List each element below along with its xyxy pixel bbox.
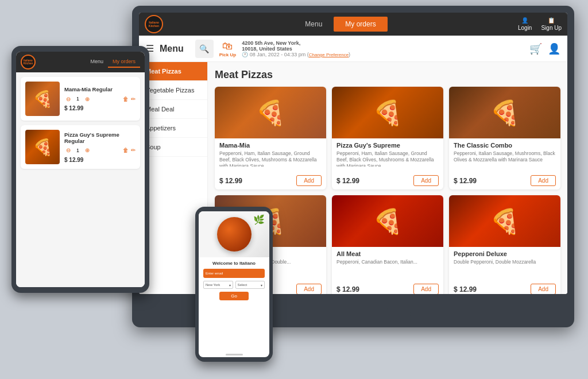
add-button-mama-mia[interactable]: Add — [296, 175, 322, 186]
mobile-go-button[interactable]: Go — [219, 292, 249, 300]
address-box: 4200 5th Ave, New York, 10018, United St… — [242, 40, 524, 57]
pickup-icon: 🛍 — [222, 40, 233, 52]
pizza-desc: Pepperoni, Ham, Italian Sausage, Ground … — [336, 150, 439, 167]
secondary-navbar: ☰ Menu 🔍 🛍 Pick Up 4200 5th Ave, New Yor… — [139, 36, 567, 62]
add-button-classic-combo[interactable]: Add — [531, 175, 556, 186]
change-preference-link[interactable]: Change Preference — [309, 52, 349, 57]
qty-decrease-1[interactable]: ⊖ — [64, 95, 72, 103]
delete-icon-2[interactable]: 🗑 — [123, 147, 129, 153]
add-button-hawaiian[interactable]: Add — [296, 284, 322, 294]
pizza-info: Mama-Mia Pepperoni, Ham, Italian Sausage… — [215, 138, 326, 173]
section-title: Meat Pizzas — [215, 69, 560, 81]
pizza-image-pepperoni-deluxe: 🍕 — [449, 195, 560, 247]
pickup-selector[interactable]: 🛍 Pick Up — [219, 40, 236, 57]
tablet-device: Italiano Kitchen Menu My orders 🍕 Mama-M… — [11, 46, 149, 293]
add-button-all-meat[interactable]: Add — [413, 284, 439, 294]
qty-value-2: 1 — [75, 148, 81, 153]
delete-icon-1[interactable]: 🗑 — [123, 96, 129, 102]
profile-button[interactable]: 👤 — [548, 42, 560, 55]
pizza-image-all-meat: 🍕 — [332, 195, 443, 247]
pizza-footer: $ 12.99 Add — [215, 173, 326, 190]
pizza-name: Pepperoni Deluxe — [454, 250, 556, 257]
tablet-navbar: Italiano Kitchen Menu My orders — [16, 52, 145, 72]
pizza-info: All Meat Pepperoni, Canadian Bacon, Ital… — [332, 247, 443, 281]
mobile-email-input[interactable]: Enter email — [203, 269, 265, 278]
signup-icon: 📋 — [548, 17, 555, 24]
search-button[interactable]: 🔍 — [195, 40, 214, 58]
mobile-select-city[interactable]: New York▾ — [203, 281, 233, 289]
qty-decrease-2[interactable]: ⊖ — [64, 146, 72, 154]
mobile-select-row: New York▾ Select▾ — [203, 281, 265, 289]
action-icons-2: 🗑 ✏ — [123, 147, 136, 153]
pizza-image-classic-combo: 🍕 — [449, 87, 560, 138]
order-item-thumbnail-2: 🍕 — [25, 130, 60, 164]
order-item-thumbnail-1: 🍕 — [25, 82, 60, 116]
cart-button[interactable]: 🛒 — [529, 42, 542, 55]
order-item-price-2: $ 12.99 — [64, 157, 136, 163]
pizza-card-pizza-guys-supreme: 🍕 Pizza Guy's Supreme Pepperoni, Ham, It… — [332, 87, 443, 190]
order-item-price-1: $ 12.99 — [64, 105, 136, 111]
pizza-name: Pizza Guy's Supreme — [336, 142, 439, 149]
pizza-card-classic-combo: 🍕 The Classic Combo Pepperoni, Italian S… — [449, 87, 560, 190]
pizza-price: $ 12.99 — [219, 177, 242, 185]
pizza-footer: $ 12.99 Add — [332, 281, 443, 294]
order-item-1: 🍕 Mama-Mia Regular ⊖ 1 ⊕ 🗑 ✏ $ 12.99 — [21, 77, 140, 121]
pizza-card-mama-mia: 🍕 Mama-Mia Pepperoni, Ham, Italian Sausa… — [215, 87, 326, 190]
order-item-name-2: Pizza Guy's Supreme Regular — [64, 132, 136, 144]
tablet-tabs: Menu My orders — [86, 56, 140, 68]
tablet-screen: Italiano Kitchen Menu My orders 🍕 Mama-M… — [16, 52, 145, 287]
add-button-pepperoni-deluxe[interactable]: Add — [531, 284, 556, 294]
pizza-card-pepperoni-deluxe: 🍕 Pepperoni Deluxe Double Pepperoni, Dou… — [449, 195, 560, 294]
login-button[interactable]: 👤 Login — [518, 17, 532, 31]
qty-increase-1[interactable]: ⊕ — [83, 95, 91, 103]
order-item-name-1: Mama-Mia Regular — [64, 86, 136, 92]
pizza-name: All Meat — [336, 250, 439, 257]
qty-increase-2[interactable]: ⊕ — [83, 146, 91, 154]
logo-box: Italiano Kitchen — [145, 15, 163, 33]
mobile-body: Welcome to Italiano Enter email New York… — [199, 257, 269, 352]
tablet-tab-my-orders[interactable]: My orders — [108, 56, 140, 68]
tablet-body: 🍕 Mama-Mia Regular ⊖ 1 ⊕ 🗑 ✏ $ 12.99 — [16, 72, 145, 287]
add-button-pizza-guys-supreme[interactable]: Add — [413, 175, 439, 186]
pizza-footer: $ 12.99 Add — [332, 173, 443, 190]
pizza-desc: Pepperoni, Italian Sausage, Mushrooms, B… — [454, 150, 556, 167]
tab-menu[interactable]: Menu — [293, 17, 334, 32]
logo-icon: Italiano Kitchen — [145, 15, 163, 33]
menu-title: Menu — [160, 44, 184, 54]
qty-value-1: 1 — [75, 96, 81, 102]
pizza-name: Mama-Mia — [219, 142, 322, 149]
signup-button[interactable]: 📋 Sign Up — [541, 17, 562, 31]
tablet-logo: Italiano Kitchen — [21, 55, 36, 69]
pizza-info: The Classic Combo Pepperoni, Italian Sau… — [449, 138, 560, 173]
nav-actions: 👤 Login 📋 Sign Up — [518, 17, 562, 31]
pizza-image-pizza-guys-supreme: 🍕 — [332, 87, 443, 138]
mobile-pizza-hero — [217, 217, 252, 252]
pizza-price: $ 12.99 — [336, 177, 359, 185]
pizza-info: Pizza Guy's Supreme Pepperoni, Ham, Ital… — [332, 138, 443, 173]
pizza-info: Pepperoni Deluxe Double Pepperoni, Doubl… — [449, 247, 560, 281]
qty-row-2: ⊖ 1 ⊕ 🗑 ✏ — [64, 146, 136, 154]
mobile-device: 🌿 Welcome to Italiano Enter email New Yo… — [195, 207, 273, 362]
qty-row-1: ⊖ 1 ⊕ 🗑 ✏ — [64, 95, 136, 103]
mobile-input-row: Enter email — [203, 269, 265, 278]
mobile-hero: 🌿 — [199, 211, 269, 257]
mobile-select-option[interactable]: Select▾ — [235, 281, 265, 289]
monitor-stand — [319, 294, 388, 311]
edit-icon-1[interactable]: ✏ — [131, 96, 136, 102]
tablet-tab-menu[interactable]: Menu — [86, 56, 108, 68]
pizza-image-mama-mia: 🍕 — [215, 87, 326, 138]
order-item-info-2: Pizza Guy's Supreme Regular ⊖ 1 ⊕ 🗑 ✏ $ … — [64, 132, 136, 163]
mobile-screen: 🌿 Welcome to Italiano Enter email New Yo… — [199, 211, 269, 357]
pizza-price: $ 12.99 — [454, 177, 477, 185]
leaf-icon: 🌿 — [253, 214, 265, 225]
order-item-2: 🍕 Pizza Guy's Supreme Regular ⊖ 1 ⊕ 🗑 ✏ … — [21, 125, 140, 169]
person-icon: 👤 — [521, 17, 528, 24]
pizza-footer: $ 12.99 Add — [449, 281, 560, 294]
pizza-desc: Double Pepperoni, Double Mozzarella — [454, 259, 556, 275]
mobile-welcome-text: Welcome to Italiano — [212, 261, 256, 266]
order-item-info-1: Mama-Mia Regular ⊖ 1 ⊕ 🗑 ✏ $ 12.99 — [64, 86, 136, 111]
edit-icon-2[interactable]: ✏ — [131, 147, 136, 153]
pizza-name: The Classic Combo — [454, 142, 556, 149]
nav-tabs: Menu My orders — [163, 17, 518, 32]
tab-my-orders[interactable]: My orders — [334, 17, 387, 32]
